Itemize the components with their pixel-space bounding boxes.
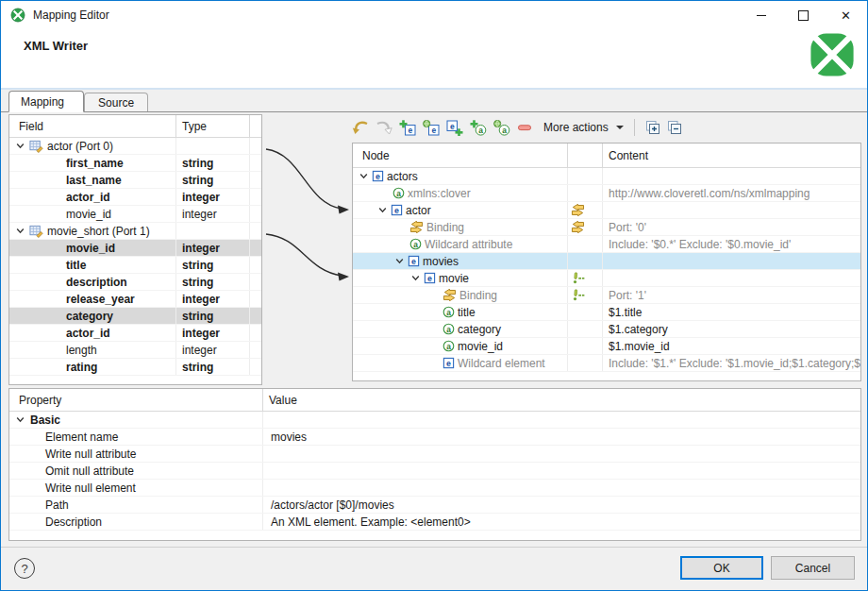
maximize-icon [798, 10, 809, 21]
field-row[interactable]: release_year integer [9, 291, 261, 308]
field-row[interactable]: last_name string [9, 172, 261, 189]
window-maximize-button[interactable] [782, 1, 825, 29]
property-label: Path [45, 498, 69, 512]
content-column-header[interactable]: Content [603, 144, 860, 167]
field-type: string [182, 174, 213, 187]
add-child-element-icon[interactable] [399, 120, 416, 136]
ok-button[interactable]: OK [680, 556, 763, 580]
tree-row[interactable]: Binding Port: '1' [353, 287, 860, 304]
property-row[interactable]: Write null attribute [9, 446, 860, 463]
chevron-down-icon[interactable] [394, 256, 405, 266]
node-label: actors [387, 170, 418, 183]
field-name: length [66, 344, 97, 357]
field-row[interactable]: actor_id integer [9, 325, 261, 342]
value-column-header[interactable]: Value [263, 389, 860, 411]
window-minimize-button[interactable] [740, 1, 782, 29]
undo-icon[interactable] [352, 120, 369, 135]
tree-row[interactable]: Wildcard attribute Include: '$0.*' Exclu… [353, 236, 860, 253]
node-column-header[interactable]: Node [353, 144, 568, 167]
property-label: Write null attribute [45, 447, 137, 461]
property-value[interactable] [263, 446, 860, 462]
field-column-header[interactable]: Field [9, 115, 176, 137]
field-row-selected[interactable]: movie_id integer [9, 240, 261, 257]
add-wildcard-element-icon[interactable] [423, 120, 440, 136]
window-title: Mapping Editor [33, 8, 740, 22]
property-value[interactable]: /actors/actor [$0]/movies [263, 497, 860, 513]
tree-row[interactable]: actor [353, 202, 860, 219]
field-group-row[interactable]: actor (Port 0) [9, 138, 261, 155]
field-group-row[interactable]: movie_short (Port 1) [9, 223, 261, 240]
field-row[interactable]: movie_id integer [9, 206, 261, 223]
tree-row[interactable]: xmlns:clover http://www.cloveretl.com/ns… [353, 185, 860, 202]
tab-source[interactable]: Source [84, 93, 148, 111]
field-row[interactable]: actor_id integer [9, 189, 261, 206]
tree-row[interactable]: movie [353, 270, 860, 287]
tree-row[interactable]: title $1.title [353, 304, 860, 321]
chevron-down-icon[interactable] [15, 226, 25, 236]
property-value[interactable] [263, 463, 860, 479]
help-button[interactable]: ? [14, 558, 35, 579]
collapse-all-icon[interactable] [667, 120, 682, 135]
tree-row[interactable]: category $1.category [353, 321, 860, 338]
help-icon: ? [21, 562, 27, 576]
add-wildcard-attribute-icon[interactable] [493, 120, 510, 136]
node-label: Wildcard attribute [425, 238, 512, 251]
property-column-header[interactable]: Property [9, 389, 263, 411]
node-label: Wildcard element [458, 357, 545, 370]
property-group-label: Basic [30, 414, 60, 427]
field-type: integer [182, 208, 217, 221]
field-group-label: actor (Port 0) [47, 140, 113, 153]
remove-icon[interactable] [517, 120, 532, 135]
field-group-label: movie_short (Port 1) [47, 225, 150, 238]
tree-row[interactable]: movie_id $1.movie_id [353, 338, 860, 355]
field-row-selected[interactable]: category string [9, 308, 261, 325]
node-label: movie_id [458, 340, 503, 353]
properties-header: Property Value [9, 389, 860, 412]
field-row[interactable]: length integer [9, 342, 261, 359]
binding-icon [409, 221, 424, 233]
property-row[interactable]: Element name movies [9, 429, 860, 446]
window-close-button[interactable]: ✕ [825, 1, 867, 29]
type-column-header[interactable]: Type [176, 115, 250, 137]
tree-row[interactable]: Binding Port: '0' [353, 219, 860, 236]
attribute-icon [392, 187, 405, 199]
redo-icon[interactable] [376, 120, 392, 135]
tab-mapping[interactable]: Mapping [8, 91, 84, 112]
node-tree: Node Content actors xmlns:clover http://… [352, 143, 861, 381]
chevron-down-icon[interactable] [410, 273, 421, 283]
property-label: Write null element [45, 481, 136, 495]
property-row[interactable]: Write null element [9, 480, 860, 497]
tree-row[interactable]: Wildcard element Include: '$1.*' Exclude… [353, 355, 860, 372]
add-attribute-icon[interactable] [470, 120, 487, 136]
chevron-down-icon[interactable] [377, 205, 388, 215]
element-icon [391, 204, 403, 216]
property-value[interactable] [263, 480, 860, 496]
field-type: string [182, 276, 213, 289]
property-group-row[interactable]: Basic [9, 412, 860, 429]
field-name: movie_id [66, 208, 111, 221]
field-type: string [182, 157, 213, 170]
property-value[interactable]: movies [263, 429, 860, 445]
field-name: release_year [66, 293, 135, 306]
chevron-down-icon[interactable] [15, 414, 25, 425]
tree-row[interactable]: actors [353, 168, 860, 185]
property-row[interactable]: Path /actors/actor [$0]/movies [9, 497, 860, 514]
chevron-down-icon[interactable] [15, 141, 25, 151]
more-actions-button[interactable]: More actions [543, 121, 624, 134]
field-row[interactable]: description string [9, 274, 261, 291]
tree-row-selected[interactable]: movies [353, 253, 860, 270]
more-actions-caret-icon [616, 126, 624, 129]
property-value[interactable]: An XML element. Example: <element0> [263, 514, 860, 530]
property-row[interactable]: Description An XML element. Example: <el… [9, 514, 860, 531]
toolbar-separator [634, 119, 635, 136]
field-row[interactable]: title string [9, 257, 261, 274]
insert-element-icon[interactable] [446, 120, 463, 136]
property-row[interactable]: Omit null attribute [9, 463, 860, 480]
field-table: Field Type actor (Port 0) first_name str… [8, 114, 262, 385]
field-type: integer [182, 293, 220, 306]
chevron-down-icon[interactable] [359, 171, 369, 181]
field-row[interactable]: rating string [9, 359, 261, 376]
expand-all-icon[interactable] [645, 120, 660, 135]
cancel-button[interactable]: Cancel [771, 556, 855, 580]
field-row[interactable]: first_name string [9, 155, 261, 172]
